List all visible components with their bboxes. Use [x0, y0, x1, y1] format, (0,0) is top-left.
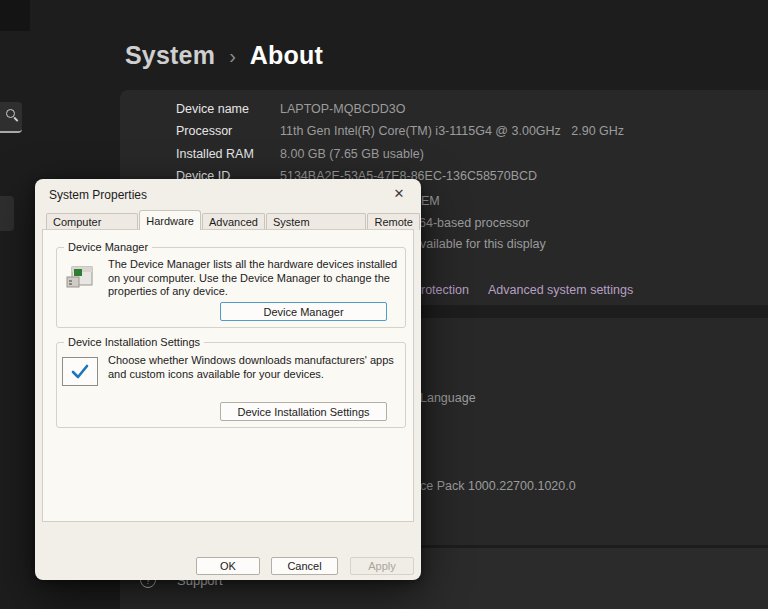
device-manager-description: The Device Manager lists all the hardwar… [108, 258, 404, 299]
device-installation-description: Choose whether Windows downloads manufac… [108, 354, 404, 381]
system-properties-dialog: System Properties ✕ Computer Name Hardwa… [35, 179, 421, 580]
device-manager-icon [66, 263, 100, 292]
clipped-text-edition: Language [420, 391, 476, 405]
link-system-protection[interactable]: rotection [421, 283, 469, 297]
search-icon [6, 109, 15, 118]
clipped-text-product-id: EM [421, 194, 440, 208]
breadcrumb: System › About [125, 38, 323, 72]
spec-value: LAPTOP-MQBCDD3O [280, 102, 406, 116]
close-icon[interactable]: ✕ [390, 185, 408, 203]
ok-button[interactable]: OK [196, 557, 260, 575]
apply-button: Apply [350, 557, 414, 575]
spec-label: Installed RAM [176, 147, 280, 161]
clipped-text-pen-touch: vailable for this display [420, 237, 546, 251]
sidebar-item[interactable] [0, 196, 14, 231]
tab-strip: Computer Name Hardware Advanced System P… [46, 212, 421, 230]
device-manager-group-label: Device Manager [64, 241, 152, 253]
clipped-text-system-type: 64-based processor [419, 216, 529, 230]
search-input[interactable] [0, 102, 22, 133]
cancel-button[interactable]: Cancel [271, 557, 338, 575]
tab-remote[interactable]: Remote [367, 213, 420, 230]
link-advanced-system-settings[interactable]: Advanced system settings [488, 283, 633, 297]
tab-system-protection[interactable]: System Protection [266, 213, 367, 230]
spec-row-processor: Processor 11th Gen Intel(R) Core(TM) i3-… [176, 124, 624, 138]
device-installation-group-label: Device Installation Settings [64, 336, 204, 348]
chevron-right-icon: › [229, 43, 236, 68]
checkbox-checked-icon [62, 357, 98, 386]
spec-row-installed-ram: Installed RAM 8.00 GB (7.65 GB usable) [176, 147, 424, 161]
spec-value: 8.00 GB (7.65 GB usable) [280, 147, 424, 161]
device-installation-settings-button[interactable]: Device Installation Settings [220, 402, 387, 421]
spec-row-device-name: Device name LAPTOP-MQBCDD3O [176, 102, 406, 116]
screen: System › About Device name LAPTOP-MQBCDD… [0, 0, 768, 609]
tab-hardware[interactable]: Hardware [139, 210, 201, 230]
clipped-text-experience: ce Pack 1000.22700.1020.0 [420, 479, 576, 493]
tab-computer-name[interactable]: Computer Name [46, 213, 138, 230]
tab-advanced[interactable]: Advanced [202, 213, 265, 230]
dialog-title: System Properties [49, 188, 147, 202]
spec-label: Processor [176, 124, 280, 138]
breadcrumb-system[interactable]: System [125, 41, 215, 70]
device-manager-button[interactable]: Device Manager [220, 302, 387, 321]
page-title: About [250, 41, 323, 70]
window-corner [0, 0, 30, 31]
spec-value: 11th Gen Intel(R) Core(TM) i3-1115G4 @ 3… [280, 124, 624, 138]
spec-label: Device name [176, 102, 280, 116]
